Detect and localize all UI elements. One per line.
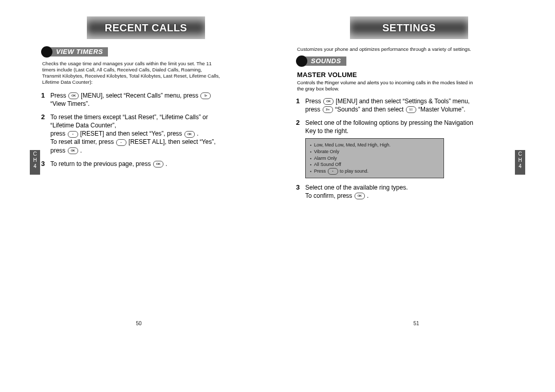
intro-text-left: Checks the usage time and manages your c…: [42, 61, 221, 85]
chapter-number: 4: [515, 163, 525, 170]
step-body: To return to the previous page, press .: [50, 160, 167, 168]
soft-key-icon: [68, 131, 78, 138]
step: 2 Select one of the following options by…: [296, 119, 476, 135]
bullet-icon: [41, 46, 52, 58]
page-spread: RECENT CALLS CH 4 VIEW TIMERS Checks the…: [0, 0, 555, 392]
chapter-label: CH: [30, 151, 40, 163]
header-tab-right: SETTINGS: [350, 16, 468, 39]
step-body: Select one of the following options by p…: [305, 119, 476, 135]
dot-icon: [310, 142, 314, 148]
option-item: Alarm Only: [310, 155, 439, 162]
step: 3 To return to the previous page, press …: [41, 160, 221, 168]
step-body: To reset the timers except “Last Reset”,…: [50, 113, 221, 155]
page-left: RECENT CALLS CH 4 VIEW TIMERS Checks the…: [0, 0, 278, 392]
dot-icon: [310, 148, 314, 155]
section-label-right: SOUNDS: [305, 57, 346, 66]
ok-key-icon: [323, 98, 334, 105]
chapter-number: 4: [30, 163, 40, 170]
two-key-icon: [323, 106, 333, 113]
subheading: MASTER VOLUME: [297, 71, 476, 79]
step: 1 Press [MENU], select “Recent Calls” me…: [41, 91, 221, 108]
section-label-left: VIEW TIMERS: [50, 47, 108, 57]
intro-text-right: Customizes your phone and optimizes perf…: [297, 46, 476, 52]
step: 1 Press [MENU] and then select “Settings…: [296, 97, 476, 114]
section-heading-right: SOUNDS: [296, 55, 476, 67]
step-number: 2: [296, 119, 305, 126]
option-item: Press to play sound.: [310, 168, 439, 175]
dot-icon: [310, 155, 314, 162]
step: 3 Select one of the available ring types…: [296, 183, 476, 200]
ok-key-icon: [184, 131, 195, 138]
option-item: Vibrate Only: [310, 148, 439, 155]
ok-key-icon: [68, 147, 78, 154]
sub-intro: Controls the Ringer volume and alerts yo…: [297, 80, 476, 92]
step-body: Press [MENU] and then select “Settings &…: [305, 97, 476, 114]
step: 2 To reset the timers except “Last Reset…: [41, 113, 221, 155]
page-right: SETTINGS CH 4 Customizes your phone and …: [278, 0, 555, 392]
header-title-right: SETTINGS: [382, 22, 436, 34]
option-item: All Sound Off: [310, 161, 439, 168]
header-tab-left: RECENT CALLS: [87, 16, 205, 39]
dot-icon: [310, 161, 314, 168]
chapter-tab-right: CH 4: [515, 150, 525, 175]
dot-icon: [310, 168, 314, 175]
header-title-left: RECENT CALLS: [105, 22, 187, 34]
step-number: 3: [41, 160, 50, 167]
soft-key-icon: [328, 168, 338, 175]
ok-key-icon: [355, 193, 365, 199]
page-number-left: 50: [0, 321, 278, 326]
section-heading-left: VIEW TIMERS: [41, 46, 221, 58]
step-number: 3: [296, 183, 305, 191]
options-box: Low, Med Low, Med, Med High, High. Vibra…: [305, 138, 444, 178]
step-number: 1: [41, 91, 50, 99]
step-number: 2: [41, 113, 50, 121]
page-number-right: 51: [278, 321, 555, 326]
option-item: Low, Med Low, Med, Med High, High.: [310, 142, 439, 148]
step-number: 1: [296, 97, 305, 105]
soft-key-icon: [116, 139, 126, 146]
step-body: Select one of the available ring types. …: [305, 183, 408, 200]
ok-key-icon: [153, 161, 163, 167]
one-key-icon: [406, 106, 416, 113]
chapter-tab-left: CH 4: [30, 150, 40, 175]
ok-key-icon: [68, 92, 79, 99]
content-right: Customizes your phone and optimizes perf…: [296, 46, 476, 200]
chapter-label: CH: [515, 151, 525, 163]
bullet-icon: [296, 55, 307, 67]
step-body: Press [MENU], select “Recent Calls” menu…: [50, 91, 221, 108]
five-key-icon: [200, 92, 211, 99]
content-left: VIEW TIMERS Checks the usage time and ma…: [41, 46, 221, 168]
